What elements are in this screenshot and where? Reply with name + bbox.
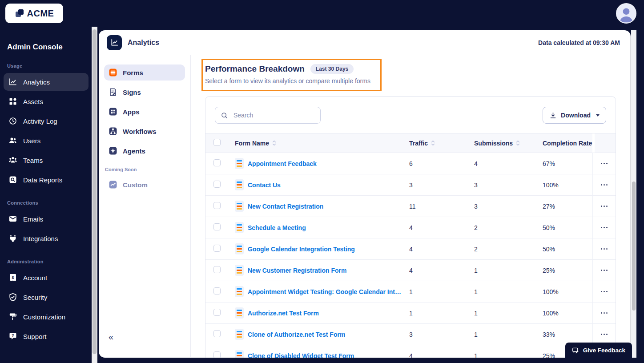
sidebar-item[interactable]: Teams — [4, 151, 89, 169]
ellipsis-icon — [601, 334, 608, 335]
row-checkbox[interactable] — [213, 266, 221, 273]
integrations-icon — [8, 234, 17, 243]
submissions-value: 2 — [474, 246, 543, 253]
sidebar-section-label: Administration — [7, 259, 88, 264]
row-checkbox[interactable] — [213, 309, 221, 316]
sidebar-item[interactable]: Data Reports — [4, 171, 89, 189]
completion-rate-value: 67% — [543, 160, 592, 167]
completion-rate-value: 100% — [543, 310, 592, 317]
user-avatar[interactable] — [616, 3, 636, 24]
sort-icon — [516, 140, 520, 146]
sidebar-item[interactable]: Customization — [4, 308, 89, 326]
row-checkbox[interactable] — [213, 223, 221, 230]
form-name-link[interactable]: Authorize.net Test Form — [248, 310, 319, 317]
customization-icon — [8, 312, 17, 321]
asset-nav-item-label: Agents — [123, 147, 145, 155]
svg-text:?: ? — [12, 333, 14, 338]
sidebar-item[interactable]: $ Account — [4, 269, 89, 286]
sidebar-item[interactable]: Integrations — [4, 230, 89, 247]
asset-nav-item[interactable]: Signs — [104, 84, 185, 100]
table-row: New Customer Registration Form 4 1 25% — [205, 260, 616, 281]
sidebar-item[interactable]: Emails — [4, 210, 89, 228]
form-name-link[interactable]: Appointment Widget Testing: Google Calen… — [248, 288, 404, 295]
column-header[interactable]: Submissions — [474, 133, 543, 153]
sidebar-item[interactable]: Security — [4, 288, 89, 306]
search-box[interactable] — [215, 107, 321, 124]
collapse-nav-button[interactable]: « — [109, 332, 113, 341]
row-actions-button[interactable] — [592, 174, 616, 195]
submissions-value: 1 — [474, 331, 543, 338]
sidebar-item[interactable]: Assets — [4, 93, 89, 110]
sort-icon — [431, 140, 435, 146]
row-actions-button[interactable] — [592, 196, 616, 217]
form-name-link[interactable]: Schedule a Meeting — [248, 224, 306, 231]
row-actions-button[interactable] — [592, 153, 616, 174]
row-checkbox[interactable] — [213, 245, 221, 252]
column-header[interactable]: Traffic — [409, 133, 474, 153]
sidebar-item-label: Support — [23, 333, 47, 340]
left-scrollbar-track[interactable] — [92, 27, 97, 363]
acme-logo[interactable]: ACME — [5, 4, 63, 23]
admin-console-title: Admin Console — [7, 43, 88, 52]
form-name-link[interactable]: New Customer Registration Form — [248, 267, 346, 274]
form-name-link[interactable]: Appointment Feedback — [248, 160, 317, 167]
performance-breakdown-subheading: Select a form to view its analytics or c… — [205, 77, 375, 85]
left-scrollbar-thumb[interactable] — [93, 29, 97, 354]
row-checkbox[interactable] — [213, 330, 221, 337]
search-icon — [221, 112, 228, 119]
form-name-link[interactable]: New Contact Registration — [248, 203, 323, 210]
content-scrollbar-track[interactable] — [631, 30, 636, 358]
search-input[interactable] — [233, 111, 315, 119]
table-row: Google Calendar Integration Testing 4 2 … — [205, 238, 616, 260]
asset-nav-item-label: Forms — [123, 69, 143, 77]
asset-nav-item[interactable]: Workflows — [104, 123, 185, 139]
row-checkbox[interactable] — [213, 351, 221, 358]
row-actions-button[interactable] — [592, 324, 616, 345]
ellipsis-icon — [601, 227, 608, 229]
submissions-value: 1 — [474, 310, 543, 317]
support-icon: ? — [8, 332, 17, 341]
asset-nav-item[interactable]: Agents — [104, 143, 185, 159]
content-scrollbar-thumb[interactable] — [632, 182, 636, 311]
form-name-link[interactable]: Clone of Authorize.net Test Form — [248, 331, 345, 338]
row-actions-button[interactable] — [592, 281, 616, 302]
sidebar-item[interactable]: ? Support — [4, 327, 89, 345]
sidebar-item[interactable]: Users — [4, 132, 89, 149]
row-actions-button[interactable] — [592, 217, 616, 238]
give-feedback-button[interactable]: Give Feedback — [565, 343, 632, 358]
page-title: Analytics — [128, 39, 159, 47]
traffic-value: 1 — [409, 288, 474, 295]
user-avatar-icon — [617, 5, 636, 23]
workflows-icon — [109, 127, 117, 136]
form-icon — [235, 350, 244, 358]
form-name-link[interactable]: Google Calendar Integration Testing — [248, 246, 355, 253]
sidebar-item-label: Security — [23, 294, 47, 301]
form-name-link[interactable]: Contact Us — [248, 182, 281, 189]
column-header[interactable]: Completion Rate — [543, 133, 592, 153]
sidebar-item[interactable]: Analytics — [4, 73, 89, 91]
row-checkbox[interactable] — [213, 202, 221, 209]
actions-column-header — [592, 133, 616, 153]
row-checkbox[interactable] — [213, 287, 221, 294]
download-button[interactable]: Download — [543, 107, 606, 124]
feedback-icon — [572, 347, 580, 354]
row-checkbox[interactable] — [213, 159, 221, 166]
form-name-link[interactable]: Clone of Disabled Widget Test Form — [248, 352, 354, 358]
row-checkbox[interactable] — [213, 181, 221, 188]
row-actions-button[interactable] — [592, 238, 616, 259]
row-actions-button[interactable] — [592, 260, 616, 281]
form-icon — [235, 329, 244, 340]
activity-log-icon — [8, 117, 17, 125]
submissions-value: 1 — [474, 267, 543, 274]
row-actions-button[interactable] — [592, 302, 616, 323]
ellipsis-icon — [601, 206, 608, 207]
asset-nav-item-label: Signs — [123, 89, 141, 96]
sidebar-section-label: Connections — [7, 200, 88, 206]
asset-nav-item[interactable]: Apps — [104, 104, 185, 120]
select-all-checkbox[interactable] — [213, 139, 221, 146]
sidebar-item[interactable]: Activity Log — [4, 112, 89, 130]
sidebar-item-label: Activity Log — [23, 117, 57, 125]
analytics-header-icon — [107, 35, 122, 50]
column-header[interactable]: Form Name — [235, 133, 409, 153]
asset-nav-item[interactable]: Forms — [104, 65, 185, 81]
